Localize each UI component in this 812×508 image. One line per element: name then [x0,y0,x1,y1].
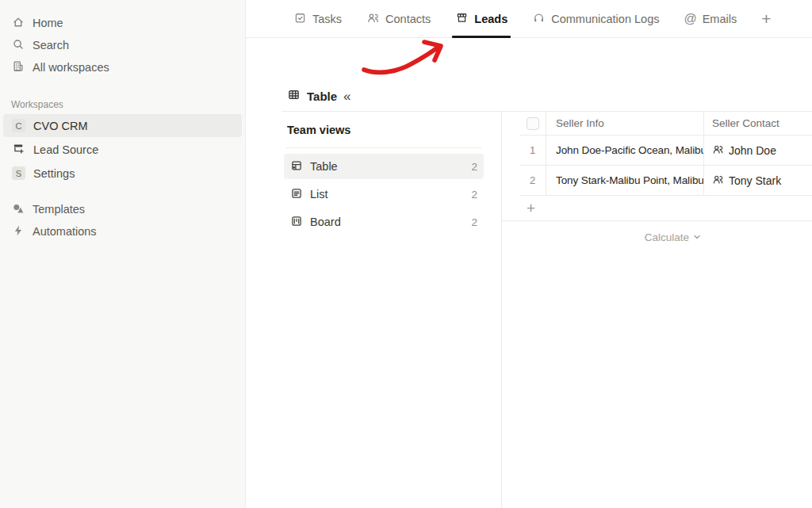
table-icon [287,88,301,105]
view-item-label: List [310,188,328,201]
table-view-icon [290,159,303,174]
shapes-icon [11,201,25,218]
view-item-count: 2 [471,161,477,173]
person-icon [712,174,724,188]
collapse-panel-button[interactable]: « [343,90,350,103]
workspace-list: C CVO CRM Lead Source S Settings [0,114,245,185]
sidebar-item-cvo-crm[interactable]: C CVO CRM [3,114,242,137]
view-header: Table « [287,86,351,105]
view-item-count: 2 [471,189,477,201]
team-views-list: Table 2 List 2 Board 2 [284,154,484,237]
view-item-label: Table [310,160,338,173]
leads-table: Seller Info Seller Contact 1 John Doe-Pa… [519,112,812,220]
add-tab-button[interactable]: + [758,10,774,27]
tab-leads[interactable]: Leads [452,0,511,37]
sidebar-footer-group: Templates Automations [0,198,245,243]
workspace-label: Lead Source [33,143,98,156]
people-icon [366,11,380,27]
workspace-label: CVO CRM [33,120,87,132]
storefront-icon [455,11,469,27]
home-icon [11,15,25,32]
table-row: 1 John Doe-Pacific Ocean, Malibu, John D… [519,136,812,166]
view-title: Table [307,90,337,103]
add-row[interactable]: + [519,196,812,220]
lightning-icon [11,223,25,240]
view-item-label: Board [310,216,341,228]
table-header-row: Seller Info Seller Contact [519,112,812,136]
tab-emails[interactable]: @ Emails [680,0,740,37]
at-sign-icon: @ [684,12,696,26]
add-row-plus-icon: + [527,201,535,216]
sidebar-item-search[interactable]: Search [0,34,245,56]
table-row: 2 Tony Stark-Malibu Point, Malibu, Tony … [519,166,812,196]
tab-label: Communication Logs [551,13,659,25]
workspaces-section-label: Workspaces [0,99,245,110]
building-icon [11,59,25,76]
calculate-dropdown[interactable]: Calculate [645,231,701,243]
view-item-board[interactable]: Board 2 [284,209,484,235]
row-number: 2 [519,174,546,186]
view-item-list[interactable]: List 2 [284,181,484,207]
board-view-icon [290,215,303,230]
column-header-seller-info[interactable]: Seller Info [546,112,704,135]
team-views-heading: Team views [287,124,350,136]
storefront-plus-icon [12,142,25,158]
row-number: 1 [519,144,546,156]
tab-tasks[interactable]: Tasks [290,0,345,37]
cell-seller-info[interactable]: Tony Stark-Malibu Point, Malibu, [546,166,704,195]
person-icon [712,143,724,158]
cell-seller-info[interactable]: John Doe-Pacific Ocean, Malibu, [546,136,704,165]
cell-seller-contact[interactable]: John Doe [704,136,812,165]
tab-label: Contacts [385,13,431,25]
tab-label: Emails [703,13,737,25]
chevron-down-icon [693,231,701,243]
sidebar-item-settings[interactable]: S Settings [3,162,242,185]
workspace-badge: S [12,166,25,180]
view-item-table[interactable]: Table 2 [284,154,484,179]
header-checkbox-cell [519,117,546,130]
sidebar-top-group: Home Search All workspaces [0,0,245,78]
sidebar-item-label: Search [33,39,69,52]
sidebar-item-all-workspaces[interactable]: All workspaces [0,56,245,78]
calculate-label: Calculate [645,231,689,243]
workspace-badge: C [12,119,25,132]
search-icon [11,37,25,54]
sidebar-item-label: Templates [33,203,85,216]
sidebar-item-lead-source[interactable]: Lead Source [3,138,242,161]
column-header-seller-contact[interactable]: Seller Contact [704,112,812,135]
tab-label: Tasks [312,13,342,25]
team-views-underline [285,147,482,148]
select-all-checkbox[interactable] [527,117,539,130]
contact-name: Tony Stark [729,174,781,187]
clipboard-check-icon [293,11,307,27]
tab-contacts[interactable]: Contacts [363,0,434,37]
sidebar-item-templates[interactable]: Templates [0,198,245,220]
tab-bar: Tasks Contacts Leads Communication Logs … [246,0,812,38]
headphones-icon [532,11,546,27]
cell-seller-contact[interactable]: Tony Stark [704,166,812,195]
list-view-icon [290,187,303,202]
view-item-count: 2 [471,216,477,228]
sidebar-item-label: All workspaces [33,61,109,74]
panel-divider [501,112,502,508]
tab-label: Leads [474,13,508,25]
sidebar: Home Search All workspaces Workspaces C … [0,0,246,508]
table-footer-divider [502,220,812,221]
contact-name: John Doe [729,144,776,157]
sidebar-item-label: Automations [33,225,97,238]
sidebar-item-automations[interactable]: Automations [0,220,245,243]
tab-communication-logs[interactable]: Communication Logs [529,0,662,37]
red-arrow-annotation [349,38,456,86]
sidebar-item-label: Home [33,17,63,29]
workspace-label: Settings [33,167,75,180]
sidebar-item-home[interactable]: Home [0,12,245,34]
